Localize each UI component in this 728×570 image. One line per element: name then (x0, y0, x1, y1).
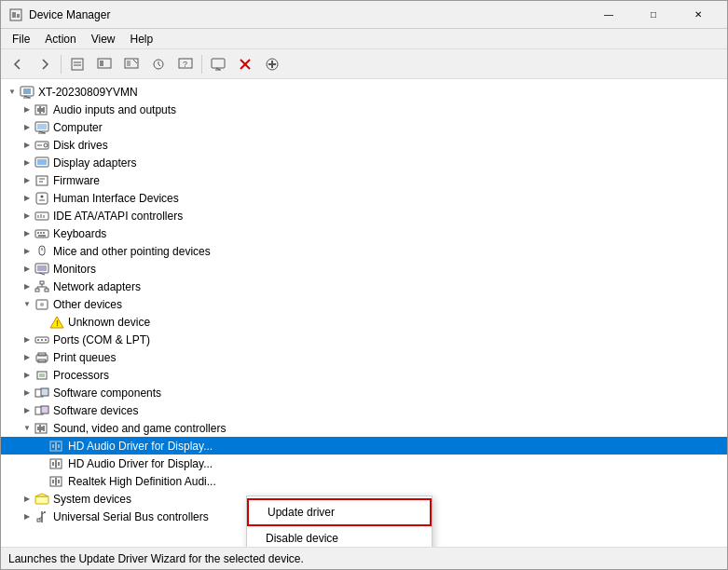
expand-keyboards[interactable]: ▶ (20, 226, 34, 241)
delete-button[interactable] (232, 52, 258, 76)
toolbar-sep-1 (61, 55, 62, 74)
expand-sound[interactable]: ▼ (20, 421, 34, 436)
expand-processors[interactable]: ▶ (20, 368, 34, 383)
expand-display[interactable]: ▶ (20, 156, 34, 170)
expand-swdevices[interactable]: ▶ (20, 403, 34, 418)
tree-item-realtek[interactable]: Realtek High Definition Audi... (1, 472, 727, 490)
tree-item-ide[interactable]: ▶ IDE ATA/ATAPI controllers (1, 207, 727, 224)
help-button[interactable]: ? (172, 52, 199, 76)
tree-item-swdevices[interactable]: ▶ Software devices (1, 401, 727, 419)
tree-item-keyboards[interactable]: ▶ Keyboards (1, 224, 727, 242)
expand-ports[interactable]: ▶ (20, 332, 34, 347)
menu-view[interactable]: View (84, 31, 123, 48)
sound-icon (34, 421, 49, 436)
expand-audio[interactable]: ▶ (20, 102, 34, 117)
update-driver-button[interactable] (91, 52, 117, 76)
system-icon (34, 492, 49, 507)
expand-swcomponents[interactable]: ▶ (20, 386, 34, 400)
scan-button[interactable] (145, 52, 172, 76)
other-label: Other devices (53, 298, 122, 311)
device-manager-window: Device Manager — □ ✕ File Action View He… (0, 0, 728, 570)
tree-item-network[interactable]: ▶ Network adapters (1, 278, 727, 295)
monitors-label: Monitors (53, 263, 96, 276)
context-disable-device[interactable]: Disable device (247, 526, 432, 547)
disk-label: Disk drives (53, 139, 108, 152)
warning-icon: ! (49, 315, 64, 330)
print-label: Print queues (53, 351, 116, 364)
show-hidden-button[interactable] (118, 52, 144, 76)
svg-rect-46 (35, 212, 48, 220)
status-text: Launches the Update Driver Wizard for th… (8, 552, 304, 565)
realtek-icon (49, 474, 64, 489)
expand-mice[interactable]: ▶ (20, 244, 34, 259)
monitor-button[interactable] (205, 52, 231, 76)
expand-computer[interactable]: ▶ (20, 120, 34, 135)
tree-item-sound[interactable]: ▼ Sound, video and game controllers (1, 419, 727, 437)
menu-help[interactable]: Help (123, 31, 161, 48)
tree-item-mice[interactable]: ▶ Mice and other pointing devices (1, 242, 727, 260)
ide-icon (34, 209, 49, 224)
tree-item-processors[interactable]: ▶ Processors (1, 366, 727, 384)
menu-action[interactable]: Action (37, 31, 83, 48)
svg-marker-102 (35, 494, 48, 496)
toolbar-sep-2 (201, 55, 202, 74)
hid-icon (34, 191, 49, 206)
svg-rect-14 (212, 59, 225, 68)
tree-item-swcomponents[interactable]: ▶ Software components (1, 384, 727, 401)
properties-button[interactable] (64, 52, 90, 76)
svg-rect-83 (41, 406, 48, 414)
svg-point-106 (44, 511, 46, 513)
menu-bar: File Action View Help (1, 29, 727, 49)
ports-label: Ports (COM & LPT) (53, 333, 150, 346)
forward-button[interactable] (32, 52, 58, 76)
tree-item-monitors[interactable]: ▶ Monitors (1, 260, 727, 278)
svg-line-10 (133, 60, 137, 63)
expand-usb[interactable]: ▶ (20, 509, 34, 524)
add-button[interactable] (259, 52, 285, 76)
expand-other[interactable]: ▼ (20, 297, 34, 312)
svg-rect-101 (35, 496, 48, 504)
expand-firmware[interactable]: ▶ (20, 173, 34, 188)
svg-point-68 (40, 303, 44, 306)
main-area: ▼ XT-20230809YVMN ▶ Audio inputs and out… (1, 79, 727, 547)
tree-item-computer[interactable]: ▶ Computer (1, 118, 727, 136)
expand-hid[interactable]: ▶ (20, 191, 34, 206)
tree-item-firmware[interactable]: ▶ Firmware (1, 171, 727, 189)
tree-item-ports[interactable]: ▶ Ports (COM & LPT) (1, 331, 727, 348)
minimize-button[interactable]: — (587, 1, 630, 29)
tree-item-hd1[interactable]: HD Audio Driver for Display... (1, 437, 727, 455)
tree-item-hd2[interactable]: HD Audio Driver for Display... (1, 455, 727, 472)
expand-root[interactable]: ▼ (5, 85, 20, 100)
svg-rect-9 (127, 61, 130, 66)
svg-rect-32 (37, 124, 47, 129)
expand-ide[interactable]: ▶ (20, 209, 34, 224)
expand-monitors[interactable]: ▶ (20, 262, 34, 277)
swdevices-icon (34, 403, 49, 418)
expand-network[interactable]: ▶ (20, 279, 34, 294)
tree-item-display[interactable]: ▶ Display adapters (1, 154, 727, 171)
tree-item-audio[interactable]: ▶ Audio inputs and outputs (1, 101, 727, 118)
tree-item-print[interactable]: ▶ Print queues (1, 348, 727, 366)
menu-file[interactable]: File (5, 31, 37, 48)
expand-disk[interactable]: ▶ (20, 138, 34, 153)
computer-label: Computer (53, 121, 103, 134)
tree-item-hid[interactable]: ▶ Human Interface Devices (1, 189, 727, 207)
back-button[interactable] (5, 52, 31, 76)
tree-item-root[interactable]: ▼ XT-20230809YVMN (1, 83, 727, 101)
svg-rect-52 (40, 232, 42, 234)
root-label: XT-20230809YVMN (38, 86, 138, 99)
expand-system[interactable]: ▶ (20, 492, 34, 507)
context-update-driver[interactable]: Update driver (247, 498, 432, 526)
svg-rect-43 (36, 193, 48, 204)
tree-item-disk[interactable]: ▶ Disk drives (1, 136, 727, 154)
tree-item-unknown[interactable]: ! Unknown device (1, 313, 727, 331)
maximize-button[interactable]: □ (632, 1, 675, 29)
close-button[interactable]: ✕ (677, 1, 720, 29)
mice-icon (34, 244, 49, 259)
disk-icon (34, 138, 49, 153)
svg-rect-81 (41, 388, 48, 396)
computer-icon2 (34, 120, 49, 135)
device-tree[interactable]: ▼ XT-20230809YVMN ▶ Audio inputs and out… (1, 79, 727, 547)
tree-item-other[interactable]: ▼ Other devices (1, 295, 727, 313)
expand-print[interactable]: ▶ (20, 350, 34, 365)
